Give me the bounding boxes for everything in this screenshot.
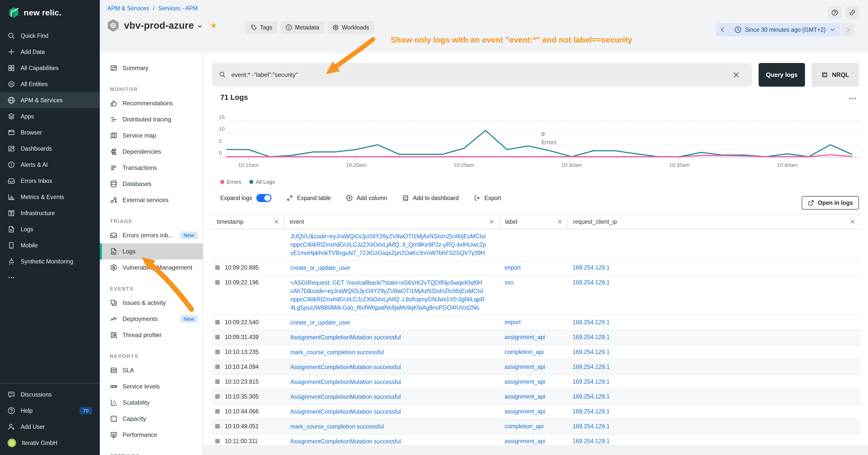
log-label-link[interactable]: assignment_api: [504, 379, 545, 385]
sidebar-item-help[interactable]: Help70: [0, 402, 100, 419]
log-request-ip-link[interactable]: 169.254.129.1: [572, 264, 610, 271]
log-label-link[interactable]: assignment_api: [504, 408, 545, 415]
subnav-item-transactions[interactable]: Transactions: [100, 160, 203, 176]
subnav-item-dependencies[interactable]: Dependencies: [100, 143, 203, 160]
log-label-link[interactable]: import: [504, 264, 521, 271]
workloads-button[interactable]: Workloads: [328, 21, 374, 34]
nrql-button[interactable]: NRQL: [811, 63, 859, 87]
clear-search-button[interactable]: [733, 70, 741, 79]
log-event-link[interactable]: create_or_update_user: [290, 319, 350, 326]
subnav-item-service-map[interactable]: Service map: [100, 128, 203, 143]
export-button[interactable]: Export: [474, 195, 501, 201]
title-chevron-down-icon[interactable]: [197, 24, 203, 30]
log-event-link[interactable]: mark_course_completion successful: [290, 349, 384, 356]
sidebar-item-infrastructure[interactable]: Infrastructure: [0, 205, 100, 221]
add-to-dashboard-button[interactable]: Add to dashboard: [402, 195, 459, 201]
subnav-item-capacity[interactable]: Capacity: [100, 411, 203, 427]
sidebar-item-all-entities[interactable]: All Entities: [0, 76, 100, 92]
help-button[interactable]: [828, 6, 841, 19]
sidebar-item-all-capabilities[interactable]: All Capabilities: [0, 60, 100, 76]
log-label-link[interactable]: assignment_api: [504, 393, 545, 400]
row-checkbox[interactable]: [215, 380, 220, 384]
log-event-link[interactable]: <ASGIRequest: GET '/sso/callback/?state=…: [290, 280, 485, 311]
remove-column-label-button[interactable]: [557, 219, 562, 225]
log-label-link[interactable]: import: [504, 319, 521, 325]
row-checkbox[interactable]: [215, 320, 220, 325]
log-event-link[interactable]: create_or_update_user: [290, 264, 350, 271]
log-event-link[interactable]: mark_course_completion successful: [290, 423, 384, 430]
sidebar-item-alerts-ai[interactable]: Alerts & AI: [0, 157, 100, 173]
breadcrumb-apm-services[interactable]: APM & Services: [107, 5, 149, 11]
sidebar-item-add-data[interactable]: Add Data: [0, 44, 100, 60]
log-event-link[interactable]: AssignmentCompletionMutation successful: [290, 393, 401, 400]
subnav-item-scalability[interactable]: Scalability: [100, 394, 203, 411]
log-event-link[interactable]: AssignmentCompletionMutation successful: [290, 409, 401, 415]
sidebar-item-discussions[interactable]: Discussions: [0, 387, 100, 402]
time-picker-next-button[interactable]: [842, 23, 855, 36]
log-request-ip-link[interactable]: 169.254.129.1: [572, 438, 610, 445]
row-checkbox[interactable]: [215, 265, 220, 270]
subnav-item-distributed-tracing[interactable]: Distributed tracing: [100, 111, 203, 128]
subnav-item-thread-profiler[interactable]: Thread profiler: [100, 327, 203, 343]
log-request-ip-link[interactable]: 169.254.129.1: [572, 408, 610, 415]
subnav-item-summary[interactable]: Summary: [100, 60, 203, 76]
sidebar-item-add-user[interactable]: Add User: [0, 419, 100, 435]
sidebar-item-synthetic-monitoring[interactable]: Synthetic Monitoring: [0, 254, 100, 269]
favorite-star-icon[interactable]: ★: [210, 22, 217, 30]
row-checkbox[interactable]: [215, 409, 220, 414]
copy-link-button[interactable]: [846, 6, 859, 19]
log-request-ip-link[interactable]: 169.254.129.1: [572, 363, 610, 370]
breadcrumb-services-apm[interactable]: Services - APM: [158, 5, 197, 11]
row-checkbox[interactable]: [215, 335, 220, 339]
time-picker-dropdown[interactable]: Since 30 minutes ago (GMT+2): [730, 23, 841, 36]
row-checkbox[interactable]: [215, 280, 220, 285]
log-event-link[interactable]: AssignmentCompletionMutation successful: [290, 438, 401, 445]
subnav-item-recommendations[interactable]: Recommendations: [100, 95, 203, 111]
log-request-ip-link[interactable]: 169.254.129.1: [572, 379, 610, 385]
log-label-link[interactable]: assignment_api: [504, 363, 545, 370]
log-request-ip-link[interactable]: 169.254.129.1: [572, 279, 610, 286]
time-picker-prev-button[interactable]: [716, 23, 730, 36]
brand[interactable]: new relic.: [0, 0, 100, 28]
subnav-item-deployments[interactable]: DeploymentsNew: [100, 311, 203, 327]
subnav-item-performance[interactable]: Performance: [100, 427, 203, 443]
log-request-ip-link[interactable]: 169.254.129.1: [572, 334, 610, 340]
remove-column-event-button[interactable]: [489, 219, 495, 225]
remove-column-request-client-ip-button[interactable]: [850, 219, 856, 225]
log-event-link[interactable]: JUQVU&code=eyJraWQiOiJjcGltY29yZV8wOTI1M…: [290, 233, 486, 256]
subnav-item-databases[interactable]: Databases: [100, 176, 203, 192]
add-column-button[interactable]: Add column: [346, 195, 387, 201]
sidebar-item-dashboards[interactable]: Dashboards: [0, 140, 100, 157]
subnav-item-logs[interactable]: Logs: [100, 243, 203, 260]
subnav-item-errors-errors-inb[interactable]: Errors (errors inb...New: [100, 227, 203, 243]
row-checkbox[interactable]: [215, 424, 220, 428]
sidebar-item-errors-inbox[interactable]: Errors Inbox: [0, 173, 100, 189]
subnav-item-issues-activity[interactable]: Issues & activity: [100, 295, 203, 311]
subnav-item-service-levels[interactable]: Service levels: [100, 379, 203, 394]
sidebar-item-more[interactable]: [0, 269, 100, 286]
log-event-link[interactable]: AssignmentCompletionMutation successful: [290, 379, 401, 385]
expand-table-button[interactable]: Expand table: [286, 195, 331, 201]
expand-logs-toggle[interactable]: [256, 194, 272, 202]
sidebar-item-iterativ-gmbh[interactable]: Iterativ GmbH: [0, 435, 100, 451]
log-label-link[interactable]: assignment_api: [504, 334, 545, 340]
sidebar-item-browser[interactable]: Browser: [0, 125, 100, 140]
sidebar-item-metrics-events[interactable]: Metrics & Events: [0, 189, 100, 205]
log-request-ip-link[interactable]: 169.254.129.1: [572, 349, 610, 355]
open-in-logs-button[interactable]: Open in logs: [802, 196, 859, 209]
tags-button[interactable]: Tags: [246, 21, 278, 34]
legend-item-errors[interactable]: Errors: [220, 179, 241, 185]
chart-menu-ellipsis-icon[interactable]: [848, 94, 857, 103]
remove-column-timestamp-button[interactable]: [274, 219, 279, 225]
subnav-item-external-services[interactable]: External services: [100, 192, 203, 208]
query-logs-button[interactable]: Query logs: [758, 63, 805, 87]
log-request-ip-link[interactable]: 169.254.129.1: [572, 393, 610, 400]
subnav-item-sla[interactable]: SLA: [100, 362, 203, 379]
legend-item-all-logs[interactable]: All Logs: [249, 179, 275, 185]
log-request-ip-link[interactable]: 169.254.129.1: [572, 423, 610, 429]
sidebar-item-mobile[interactable]: Mobile: [0, 237, 100, 254]
log-event-link[interactable]: AssignmentCompletionMutation successful: [290, 364, 401, 370]
row-checkbox[interactable]: [215, 364, 220, 369]
log-request-ip-link[interactable]: 169.254.129.1: [572, 319, 610, 325]
subnav-item-vulnerability-management[interactable]: Vulnerability Management: [100, 260, 203, 275]
